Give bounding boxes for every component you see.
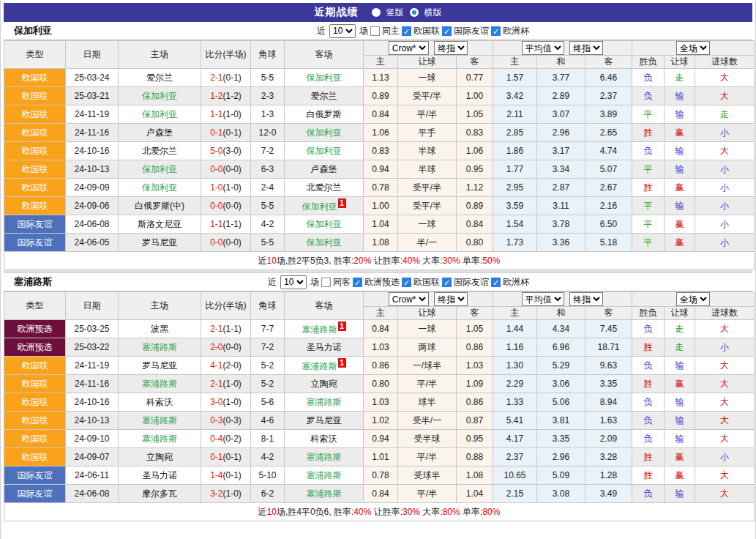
match-date: 24-09-09	[66, 179, 119, 197]
bookmaker-select[interactable]: Crow*	[389, 41, 429, 55]
average-select[interactable]: 平均值	[522, 41, 564, 55]
odds-stage-select[interactable]: 终指	[434, 292, 468, 306]
crow-handicap: 受平/半	[398, 197, 457, 215]
crow-home-odds: 1.03	[364, 393, 398, 412]
bookmaker-select[interactable]: Crow*	[389, 292, 429, 306]
col-avg-home: 主	[493, 307, 537, 320]
crow-away-odds: 1.09	[457, 375, 493, 393]
fulltime-select[interactable]: 全场	[676, 41, 710, 55]
score: 0-0(0-0)	[201, 160, 251, 179]
home-team: 塞浦路斯	[119, 375, 201, 393]
result-goals: 小	[695, 338, 755, 357]
team-name: 保加利亚	[142, 164, 177, 174]
avg-away-odds: 3.28	[585, 448, 632, 466]
avg-draw-odds: 3.78	[537, 215, 585, 234]
match-count-select[interactable]: 10	[329, 24, 356, 38]
fulltime-score: 1-2	[210, 91, 222, 101]
home-team: 北爱尔兰	[119, 142, 201, 160]
halftime-score: (1-0)	[223, 109, 242, 119]
average-select[interactable]: 平均值	[522, 292, 564, 306]
league-badge: 欧国联	[4, 142, 66, 160]
match-row: 国际友谊24-06-11圣马力诺1-4(0-1)5-10塞浦路斯0.78受球半1…	[4, 466, 755, 485]
avg-home-odds: 1.73	[493, 234, 537, 252]
col-home: 主场	[119, 41, 201, 69]
col-crow-home: 主	[364, 56, 398, 69]
match-row: 欧国联24-11-19罗马尼亚4-1(2-0)5-2塞浦路斯10.86一/球半1…	[4, 357, 755, 375]
team-name: 塞浦路斯	[142, 379, 177, 389]
result-outcome: 负	[632, 320, 665, 338]
avg-stage-select[interactable]: 终指	[569, 41, 603, 55]
corner-score: 4-2	[251, 448, 285, 466]
col-crow-away: 客	[457, 56, 493, 69]
match-date: 24-06-08	[66, 215, 119, 234]
result-handicap: 赢	[665, 466, 695, 485]
result-outcome: 平	[632, 215, 665, 234]
match-date: 24-06-08	[66, 485, 119, 503]
crow-away-odds: 0.88	[457, 448, 493, 466]
near-label: 近	[268, 276, 277, 289]
crow-handicap: 一球	[398, 215, 457, 234]
league-badge: 欧国联	[4, 197, 66, 215]
league-badge: 欧国联	[4, 375, 66, 393]
avg-home-odds: 1.54	[493, 215, 537, 234]
corner-score: 5-5	[251, 197, 285, 215]
home-team: 罗马尼亚	[119, 234, 201, 252]
league-checkbox-friendly[interactable]	[442, 278, 452, 287]
corner-score: 1-3	[251, 105, 285, 124]
match-date: 24-06-05	[66, 234, 119, 252]
match-count-select[interactable]: 10	[280, 275, 307, 289]
league-badge: 欧国联	[4, 448, 66, 466]
team-name: 罗马尼亚	[307, 415, 342, 425]
halftime-score: (0-1)	[223, 127, 242, 138]
team-name: 爱尔兰	[146, 73, 173, 83]
match-date: 24-10-16	[66, 393, 119, 412]
result-outcome: 胜	[632, 179, 665, 197]
vertical-layout-radio[interactable]	[372, 8, 381, 17]
corner-score: 4-6	[251, 412, 285, 430]
match-date: 25-03-25	[66, 320, 119, 338]
league-checkbox-nations[interactable]	[402, 26, 411, 36]
league-checkbox-eurocup[interactable]	[491, 278, 501, 287]
halftime-score: (1-0)	[223, 397, 242, 407]
result-handicap: 赢	[665, 375, 695, 393]
home-team: 保加利亚	[119, 179, 201, 197]
horizontal-layout-radio[interactable]	[410, 8, 419, 17]
bookmaker-group: Crow* 终指	[364, 292, 493, 307]
halftime-score: (0-0)	[223, 342, 242, 352]
halftime-score: (1-1)	[223, 324, 242, 334]
avg-away-odds: 1.28	[585, 466, 632, 485]
score: 0-4(0-2)	[201, 430, 251, 448]
match-row: 国际友谊24-06-08摩尔多瓦3-2(1-0)6-2塞浦路斯0.84平/半1.…	[4, 485, 755, 503]
crow-handicap: 平/半	[398, 448, 457, 466]
match-row: 欧国联24-10-13塞浦路斯0-3(0-3)4-6罗马尼亚1.02受半/一0.…	[4, 412, 755, 430]
same-venue-checkbox[interactable]	[370, 26, 380, 36]
home-team: 罗马尼亚	[119, 357, 201, 375]
horizontal-layout-label: 横版	[424, 7, 442, 19]
col-crow-home: 主	[364, 307, 398, 320]
same-venue-checkbox[interactable]	[321, 278, 331, 287]
crow-away-odds: 0.86	[457, 393, 493, 412]
col-type: 类型	[4, 41, 66, 69]
halftime-score: (1-0)	[223, 182, 242, 193]
avg-stage-select[interactable]: 终指	[569, 292, 603, 306]
team-name: 罗马尼亚	[142, 237, 177, 248]
fulltime-select[interactable]: 全场	[676, 292, 710, 306]
match-date: 24-11-19	[66, 357, 119, 375]
team-name: 保加利亚	[307, 73, 342, 83]
fulltime-score: 2-1	[210, 379, 222, 389]
odds-stage-select[interactable]: 终指	[434, 41, 468, 55]
away-team: 科索沃	[285, 430, 364, 448]
corner-score: 5-10	[251, 466, 285, 485]
league-checkbox-eurocup[interactable]	[491, 26, 501, 36]
avg-home-odds: 1.86	[493, 142, 537, 160]
home-team: 科索沃	[119, 393, 201, 412]
league-checkbox-euroqual[interactable]	[353, 278, 362, 287]
league-checkbox-nations[interactable]	[402, 278, 411, 287]
league-checkbox-friendly[interactable]	[442, 26, 452, 36]
score: 3-2(1-0)	[201, 485, 251, 503]
avg-home-odds: 4.17	[493, 430, 537, 448]
halftime-score: (1-0)	[223, 379, 242, 389]
result-goals: 大	[695, 142, 755, 160]
away-team: 保加利亚	[285, 142, 364, 160]
avg-away-odds: 2.65	[585, 124, 632, 142]
